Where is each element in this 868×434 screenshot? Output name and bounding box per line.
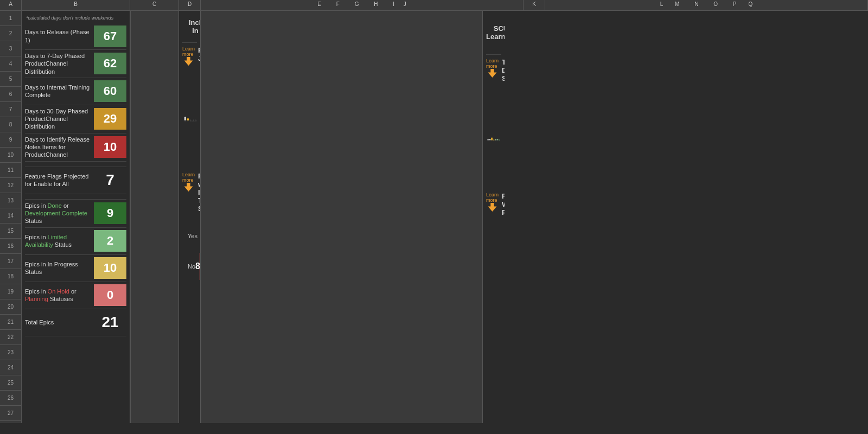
metric-label-feature-flags: Feature Flags Projected for Enable for A… bbox=[25, 173, 94, 188]
metric-value-epics-done: 9 bbox=[94, 202, 126, 224]
learn-more-training[interactable]: Learn more bbox=[182, 172, 195, 192]
svg-text:Finalize: Finalize bbox=[495, 141, 496, 141]
top-summary-bar: Includein PC Yes 12 No 0 Uncategorized 9 bbox=[182, 14, 197, 43]
pc-jiras-bar-chart-svg: 21 12 0 0 0 EPICs in Current Re bbox=[182, 70, 197, 168]
metric-row-epics-limited: Epics in Limited Availability Status 2 bbox=[25, 228, 126, 255]
svg-text:with Release EPICs: with Release EPICs bbox=[193, 121, 195, 122]
bar-sme bbox=[493, 140, 495, 141]
metric-value-release-notes: 10 bbox=[94, 136, 126, 158]
svg-text:3: 3 bbox=[490, 138, 490, 139]
yes-bar-label: Yes bbox=[188, 233, 197, 239]
bar-backlog bbox=[487, 139, 489, 141]
training-doc-title: Training Documentation Status bbox=[502, 58, 505, 82]
bar-copy-edit bbox=[495, 139, 496, 141]
svg-text:Current: Current bbox=[185, 120, 186, 121]
svg-text:6: 6 bbox=[492, 137, 492, 137]
metric-value-total-epics: 21 bbox=[94, 311, 126, 333]
col-header-a: A bbox=[0, 0, 22, 10]
svg-text:'Ready for: 'Ready for bbox=[190, 120, 192, 121]
bar-label-12: 12 bbox=[188, 118, 188, 118]
metric-row-30day: Days to 30-Day Phased ProductChannel Dis… bbox=[25, 105, 126, 133]
training-scheduled-header: Learn more Features with Internal Traini… bbox=[182, 172, 197, 217]
training-scheduled-chart: Learn more Features with Internal Traini… bbox=[182, 172, 197, 291]
scu-summary-bar: SCULearning EPICs in Current Release 21 … bbox=[486, 14, 501, 55]
x-label-5: EPIC Marked bbox=[195, 120, 197, 122]
metric-row-total-epics: Total Epics 21 bbox=[25, 309, 126, 336]
metric-row-release-notes: Days to Identify Release Notes Items for… bbox=[25, 133, 126, 162]
scu-label: SCULearning bbox=[486, 24, 505, 41]
col-header-lmnopq: L M N O P Q bbox=[545, 0, 868, 10]
column-headers: A B C D E F G H I J K L M N O P Q bbox=[0, 0, 868, 11]
svg-text:PC (GA)': PC (GA)' bbox=[188, 121, 189, 122]
calc-note: *calculated days don't include weekends bbox=[25, 13, 126, 23]
svg-text:1: 1 bbox=[494, 139, 494, 139]
metric-value-7day: 62 bbox=[94, 53, 126, 74]
metric-row-7day: Days to 7-Day Phased ProductChannel Dist… bbox=[25, 50, 126, 78]
feature-weights-content: 5 1 1 7 4-Mega(tron) Feature 3-Maj bbox=[486, 224, 501, 333]
bar-epic-marked bbox=[187, 118, 189, 120]
learn-more-pc-jiras[interactable]: Learn more bbox=[182, 46, 195, 66]
metric-label-epics-done: Epics in Done or Development Complete St… bbox=[25, 202, 94, 225]
metric-row-epics-inprogress: Epics in In Progress Status 10 bbox=[25, 255, 126, 282]
metric-value-days-release: 67 bbox=[94, 25, 126, 47]
metric-row-training: Days to Internal Training Complete 60 bbox=[25, 78, 126, 105]
bar-epics-current bbox=[184, 117, 186, 120]
learn-more-arrow-weights-icon bbox=[488, 203, 497, 212]
metric-value-epics-onhold: 0 bbox=[94, 284, 126, 306]
svg-text:as 'Include in: as 'Include in bbox=[187, 120, 189, 121]
pc-jiras-chart: Learn more ProductChannel Jiras Created … bbox=[182, 46, 197, 169]
pc-jiras-chart-header: Learn more ProductChannel Jiras Created bbox=[182, 46, 197, 67]
metric-label-epics-inprogress: Epics in In Progress Status bbox=[25, 260, 94, 276]
training-doc-chart: Learn more Training Documentation Status… bbox=[486, 58, 501, 189]
horiz-bar-yes: Yes 13 bbox=[188, 222, 192, 250]
metric-value-feature-flags: 7 bbox=[94, 169, 126, 191]
charts-left-panel: Includein PC Yes 12 No 0 Uncategorized 9 bbox=[179, 11, 201, 423]
svg-text:2: 2 bbox=[495, 139, 496, 139]
col-header-c: C bbox=[130, 0, 179, 10]
svg-text:2: 2 bbox=[488, 139, 488, 139]
bar-label-0a: 0 bbox=[190, 119, 191, 120]
col-header-d: D bbox=[179, 0, 201, 10]
training-doc-bar-chart-svg: 2 3 6 1 2 2 bbox=[486, 90, 501, 188]
bar-draft bbox=[491, 138, 493, 141]
col-header-b: B bbox=[22, 0, 130, 10]
col-header-k: K bbox=[524, 0, 545, 10]
metric-value-30day: 29 bbox=[94, 108, 126, 130]
feature-weights-title: Feature Weights for ProductChannel bbox=[502, 192, 505, 216]
include-pc-label: Includein PC bbox=[182, 14, 201, 39]
metric-label-7day: Days to 7-Day Phased ProductChannel Dist… bbox=[25, 52, 94, 75]
training-doc-header: Learn more Training Documentation Status bbox=[486, 58, 501, 87]
svg-text:Review' status: Review' status bbox=[190, 121, 192, 122]
bar-label-21: 21 bbox=[185, 116, 186, 117]
bar-label-0b: 0 bbox=[193, 119, 194, 120]
left-metrics-panel: *calculated days don't include weekends … bbox=[22, 11, 130, 423]
metric-value-epics-limited: 2 bbox=[94, 230, 126, 252]
metric-label-30day: Days to 30-Day Phased ProductChannel Dis… bbox=[25, 107, 94, 131]
metric-row-epics-onhold: Epics in On Hold or Planning Statuses 0 bbox=[25, 282, 126, 309]
feature-weights-pie-svg: 5 1 1 7 bbox=[486, 224, 505, 333]
metric-label-epics-limited: Epics in Limited Availability Status bbox=[25, 233, 94, 249]
x-label-2: EPIC Marked bbox=[187, 120, 189, 122]
metric-value-training: 60 bbox=[94, 80, 126, 102]
bar-done bbox=[499, 140, 500, 141]
metric-row-days-release: Days to Release (Phase 1) 67 bbox=[25, 23, 126, 50]
learn-more-feature-weights[interactable]: Learn more bbox=[486, 192, 499, 212]
no-bar-value: 8 bbox=[195, 261, 200, 271]
svg-text:Associated: Associated bbox=[193, 120, 194, 121]
metric-row-epics-done: Epics in Done or Development Complete St… bbox=[25, 200, 126, 228]
charts-right-panel: SCULearning EPICs in Current Release 21 … bbox=[483, 11, 505, 423]
svg-text:'Do Not: 'Do Not bbox=[195, 120, 196, 121]
metric-label-training: Days to Internal Training Complete bbox=[25, 84, 94, 99]
feature-weights-header: Learn more Feature Weights for ProductCh… bbox=[486, 192, 501, 221]
learn-more-training-doc[interactable]: Learn more bbox=[486, 58, 499, 78]
feature-weights-chart: Learn more Feature Weights for ProductCh… bbox=[486, 192, 501, 333]
metric-label-total-epics: Total Epics bbox=[25, 318, 94, 326]
metric-label-release-notes: Days to Identify Release Notes Items for… bbox=[25, 136, 94, 159]
svg-text:2: 2 bbox=[497, 139, 498, 139]
metric-label-epics-onhold: Epics in On Hold or Planning Statuses bbox=[25, 288, 94, 303]
learn-more-arrow-training-icon bbox=[184, 183, 193, 192]
svg-text:Release: Release bbox=[185, 121, 186, 122]
svg-text:Include' but PC: Include' but PC bbox=[195, 121, 197, 122]
svg-text:Progress: Progress bbox=[492, 141, 493, 141]
metric-label-days-release: Days to Release (Phase 1) bbox=[25, 28, 94, 44]
